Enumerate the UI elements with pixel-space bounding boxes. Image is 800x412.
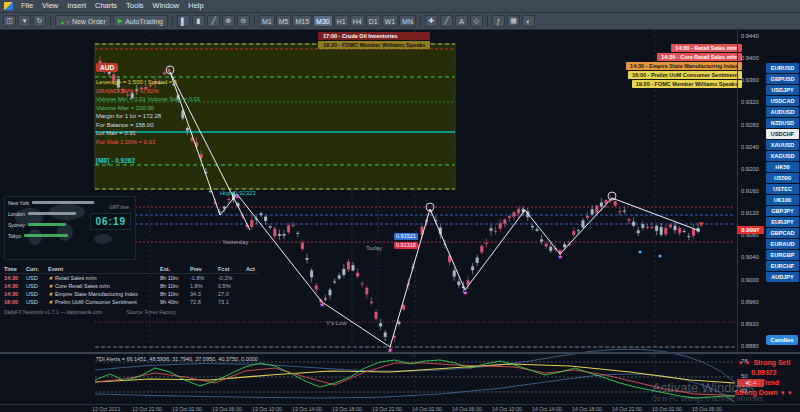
bar-chart-icon[interactable]: ▌: [177, 15, 190, 27]
time-axis-label: 14 Oct 10:00: [492, 405, 532, 412]
symbol-button[interactable]: XAUUSD: [766, 140, 799, 150]
price-tick: 0.9000: [741, 277, 764, 283]
trendline-icon[interactable]: ╱: [440, 15, 453, 27]
symbol-button[interactable]: USDJPY: [766, 85, 799, 95]
activate-windows-watermark: Activate Windows Go to PC settings to ac…: [652, 380, 764, 402]
pane-divider[interactable]: [0, 352, 800, 354]
news-banner-item: 19:20 - FOMC Member Williams Speaks: [318, 41, 430, 49]
symbol-button[interactable]: USDCAD: [766, 96, 799, 106]
news-time: 14:30: [4, 291, 24, 297]
timeframe-button[interactable]: D1: [366, 15, 381, 27]
time-axis-label: 15 Oct 06:00: [692, 405, 732, 412]
news-eta: 9h 40m: [160, 299, 188, 305]
price-tick: 0.9360: [741, 77, 764, 83]
candle-body: [628, 219, 631, 220]
news-table-row[interactable]: 16:00 USD ★Prelim UoM Consumer Sentiment…: [4, 298, 258, 306]
price-scale[interactable]: 0.94400.94000.93600.93200.92800.92400.92…: [737, 30, 764, 352]
menu-item[interactable]: View: [42, 0, 58, 12]
timeframe-button[interactable]: H4: [350, 15, 365, 27]
candle-body: [287, 226, 290, 233]
autotrading-label: AutoTrading: [125, 18, 163, 25]
symbol-button[interactable]: GBPCAD: [766, 228, 799, 238]
timeframe-button[interactable]: W1: [382, 15, 399, 27]
news-header-cell: Prev: [190, 266, 216, 272]
candle-body: [361, 283, 364, 284]
new-order-button[interactable]: ▲▼ New Order: [55, 15, 111, 27]
zoom-out-icon[interactable]: ⊖: [237, 15, 250, 27]
symbol-button[interactable]: NZDUSD: [766, 118, 799, 128]
menu-item[interactable]: Charts: [95, 0, 117, 12]
news-event: ★Core Retail Sales m/m: [48, 283, 158, 289]
timeframe-button[interactable]: M30: [313, 15, 333, 27]
candle-body: [227, 199, 230, 200]
autotrading-button[interactable]: ▶ AutoTrading: [113, 15, 168, 27]
new-chart-icon[interactable]: ◫: [3, 15, 16, 27]
star-marker: ★: [319, 301, 325, 308]
symbol-button[interactable]: GBPJPY: [766, 206, 799, 216]
crosshair-icon[interactable]: ✚: [425, 15, 438, 27]
zoom-in-icon[interactable]: ⊕: [222, 15, 235, 27]
timeframe-button[interactable]: M5: [276, 15, 292, 27]
text-label-icon[interactable]: A: [455, 15, 468, 27]
news-table-row[interactable]: 14:30 USD ★Core Retail Sales m/m 8h 10m …: [4, 282, 258, 290]
candlestick-chart-icon[interactable]: ▮: [192, 15, 205, 27]
candle-body: [687, 236, 690, 237]
menu-item[interactable]: File: [21, 0, 33, 12]
symbol-button[interactable]: AUDJPY: [766, 272, 799, 282]
symbol-button[interactable]: UK100: [766, 195, 799, 205]
news-table-row[interactable]: 14:30 USD ★Retail Sales m/m 8h 10m -1.8%…: [4, 274, 258, 282]
candle-body: [600, 203, 603, 207]
candle-body: [499, 223, 502, 228]
dot-marker: [638, 250, 641, 253]
order-arrows-icon: ▲▼: [60, 18, 70, 25]
symbol-button[interactable]: EURGBP: [766, 250, 799, 260]
news-table-row[interactable]: 14:30 USD ★Empire State Manufacturing In…: [4, 290, 258, 298]
candle-body: [536, 229, 539, 231]
symbol-button[interactable]: GBPUSD: [766, 74, 799, 84]
price-tick: 0.9160: [741, 188, 764, 194]
menu-item[interactable]: Insert: [67, 0, 86, 12]
line-chart-icon[interactable]: ╱: [207, 15, 220, 27]
candle-body: [595, 206, 598, 213]
templates-icon[interactable]: ◐: [522, 15, 535, 27]
menu-item[interactable]: Tools: [126, 0, 144, 12]
symbol-button[interactable]: EURAUD: [766, 239, 799, 249]
shapes-icon[interactable]: ◇: [470, 15, 483, 27]
news-flag: 19:20 - FOMC Member Williams Speaks: [632, 80, 742, 88]
candle-body: [669, 225, 672, 228]
candle-body: [370, 302, 373, 303]
candle-body: [517, 209, 520, 213]
symbol-button[interactable]: EURUSD: [766, 63, 799, 73]
time-axis[interactable]: 12 Oct 202112 Oct 22:0013 Oct 02:0013 Oc…: [0, 404, 800, 412]
time-axis-label: 14 Oct 14:00: [532, 405, 572, 412]
symbol-button[interactable]: AUDUSD: [766, 107, 799, 117]
chart-window[interactable]: ★★★★★▼ AUD Leverage = 1:500 | Spread = 1…: [0, 30, 800, 412]
symbol-button[interactable]: USDCHF: [766, 129, 799, 139]
indicators-icon[interactable]: ƒ: [492, 15, 505, 27]
profiles-icon[interactable]: ▾: [18, 15, 31, 27]
time-axis-label: 13 Oct 06:00: [212, 405, 252, 412]
price-tick: 0.9120: [741, 210, 764, 216]
candle-body: [549, 247, 552, 251]
candles-button[interactable]: Candles: [766, 335, 798, 345]
timeframe-button[interactable]: MN: [399, 15, 416, 27]
symbol-button[interactable]: EURJPY: [766, 217, 799, 227]
timeframe-button[interactable]: H1: [334, 15, 349, 27]
menu-item[interactable]: Help: [188, 0, 203, 12]
candle-body: [637, 230, 640, 233]
menu-item[interactable]: Window: [153, 0, 180, 12]
symbol-button[interactable]: US500: [766, 173, 799, 183]
candle-body: [402, 305, 405, 309]
symbol-button[interactable]: XAGUSD: [766, 151, 799, 161]
symbol-button[interactable]: EURCHF: [766, 261, 799, 271]
candle-body: [586, 216, 589, 218]
timeframe-button[interactable]: M15: [292, 15, 312, 27]
symbol-button[interactable]: HK50: [766, 162, 799, 172]
grid-icon[interactable]: ▦: [507, 15, 520, 27]
symbol-button[interactable]: USTEC: [766, 184, 799, 194]
time-axis-label: 13 Oct 22:00: [372, 405, 412, 412]
watermark-line2: Go to PC settings to activate Windows.: [652, 395, 764, 402]
timeframe-button[interactable]: M1: [259, 15, 275, 27]
candle-body: [296, 233, 299, 234]
refresh-icon[interactable]: ↻: [33, 15, 46, 27]
